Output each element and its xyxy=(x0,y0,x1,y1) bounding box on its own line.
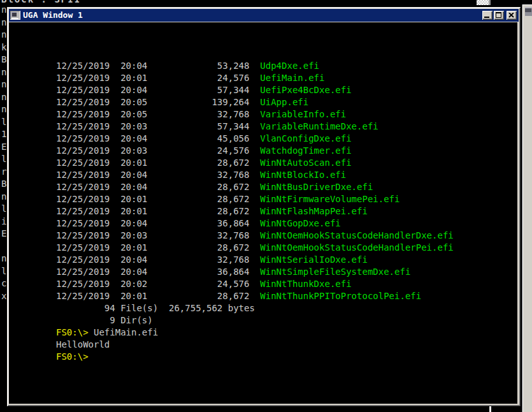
dir-entry: 12/25/2019 20:01 28,672 WinNtOemHookStat… xyxy=(56,242,454,254)
command-output: HelloWorld xyxy=(56,339,454,351)
dir-entry: 12/25/2019 20:03 57,344 VariableRuntimeD… xyxy=(56,121,454,133)
entry-datetime: 12/25/2019 20:03 xyxy=(56,145,147,156)
entry-filename: UefiPxe4BcDxe.efi xyxy=(249,85,351,95)
uga-window: UGA Window 1 12/25/2019 20:04 53,248 Udp… xyxy=(7,7,521,406)
entry-datetime: 12/25/2019 20:03 xyxy=(56,230,147,240)
entry-filename: VariableInfo.efi xyxy=(249,109,346,119)
minimize-icon xyxy=(484,17,489,18)
entry-datetime: 12/25/2019 20:04 xyxy=(56,218,147,228)
dir-entry: 12/25/2019 20:04 53,248 Udp4Dxe.efi xyxy=(56,60,454,72)
maximize-icon xyxy=(496,12,501,18)
dir-entry: 12/25/2019 20:05 32,768 VariableInfo.efi xyxy=(56,108,454,121)
dir-entry: 12/25/2019 20:04 36,864 WinNtGopDxe.efi xyxy=(56,217,454,230)
background-console-fragment: n n n k B n n n n l 1 E l r B n l i E n … xyxy=(1,4,6,302)
entry-filename: Udp4Dxe.efi xyxy=(249,61,319,71)
entry-filename: WinNtThunkPPIToProtocolPei.efi xyxy=(249,291,421,301)
window-controls xyxy=(482,11,517,20)
entry-size: 36,864 xyxy=(147,218,249,228)
entry-filename: WinNtOemHookStatusCodeHandlerPei.efi xyxy=(249,242,453,253)
entry-size: 57,344 xyxy=(147,85,249,95)
entry-filename: WinNtAutoScan.efi xyxy=(249,158,351,168)
entry-filename: WinNtFlashMapPei.efi xyxy=(249,206,367,216)
entry-size: 28,672 xyxy=(147,194,249,204)
entry-datetime: 12/25/2019 20:01 xyxy=(56,291,147,301)
entry-size: 139,264 xyxy=(147,97,249,107)
entry-datetime: 12/25/2019 20:05 xyxy=(56,97,147,107)
dir-entry: 12/25/2019 20:05 139,264 UiApp.efi xyxy=(56,96,454,108)
title-bar[interactable]: UGA Window 1 xyxy=(9,9,519,22)
entry-datetime: 12/25/2019 20:04 xyxy=(56,85,147,95)
terminal-output: 12/25/2019 20:04 53,248 Udp4Dxe.efi12/25… xyxy=(56,60,454,363)
entry-size: 24,576 xyxy=(147,73,249,83)
entry-filename: WinNtSimpleFileSystemDxe.efi xyxy=(249,267,410,277)
background-window-edge xyxy=(522,4,532,412)
entry-datetime: 12/25/2019 20:01 xyxy=(56,73,147,83)
prompt-line: FS0:\> xyxy=(56,351,454,363)
entry-datetime: 12/25/2019 20:02 xyxy=(56,279,147,289)
entry-size: 24,576 xyxy=(147,279,249,289)
dir-entry: 12/25/2019 20:04 57,344 UefiPxe4BcDxe.ef… xyxy=(56,84,454,96)
window-icon xyxy=(10,11,20,20)
dir-entry: 12/25/2019 20:03 32,768 WinNtOemHookStat… xyxy=(56,230,454,242)
window-icon-base xyxy=(11,18,18,19)
window-title: UGA Window 1 xyxy=(23,9,482,22)
dir-entry: 12/25/2019 20:04 32,768 WinNtSerialIoDxe… xyxy=(56,254,454,266)
entry-size: 36,864 xyxy=(147,267,249,277)
console-client-area[interactable]: 12/25/2019 20:04 53,248 Udp4Dxe.efi12/25… xyxy=(9,22,517,404)
background-line-fragment xyxy=(489,406,491,412)
maximize-button[interactable] xyxy=(494,11,504,20)
entry-filename: WinNtBusDriverDxe.efi xyxy=(249,182,373,192)
entry-datetime: 12/25/2019 20:04 xyxy=(56,61,147,71)
close-icon xyxy=(508,13,514,18)
output-text: HelloWorld xyxy=(56,339,110,349)
dirs-summary-text: 9 Dir(s) xyxy=(56,315,153,325)
entry-filename: WinNtBlockIo.efi xyxy=(249,170,346,180)
entry-size: 28,672 xyxy=(147,206,249,216)
entry-size: 28,672 xyxy=(147,242,249,253)
entry-datetime: 12/25/2019 20:03 xyxy=(56,121,147,131)
entry-filename: WinNtThunkDxe.efi xyxy=(249,279,351,289)
entry-size: 32,768 xyxy=(147,109,249,119)
entry-size: 32,768 xyxy=(147,170,249,180)
entry-filename: WatchdogTimer.efi xyxy=(249,145,351,156)
dir-entry: 12/25/2019 20:01 28,672 WinNtAutoScan.ef… xyxy=(56,157,454,169)
dir-entry: 12/25/2019 20:04 28,672 WinNtBusDriverDx… xyxy=(56,181,454,193)
entry-size: 32,768 xyxy=(147,254,249,265)
entry-filename: WinNtOemHookStatusCodeHandlerDxe.efi xyxy=(249,230,453,240)
window-icon-screen xyxy=(11,12,17,17)
dir-entry: 12/25/2019 20:01 24,576 UefiMain.efi xyxy=(56,72,454,84)
background-window-icon xyxy=(525,7,532,16)
entry-filename: VariableRuntimeDxe.efi xyxy=(249,121,378,131)
close-button[interactable] xyxy=(507,11,517,20)
entry-size: 57,344 xyxy=(147,121,249,131)
entry-size: 28,672 xyxy=(147,158,249,168)
entry-datetime: 12/25/2019 20:04 xyxy=(56,254,147,265)
dir-entry: 12/25/2019 20:04 32,768 WinNtBlockIo.efi xyxy=(56,169,454,181)
background-partial-text: Block : SPII xyxy=(1,0,81,4)
dir-entry: 12/25/2019 20:03 24,576 WatchdogTimer.ef… xyxy=(56,145,454,157)
entry-filename: UiApp.efi xyxy=(249,97,308,107)
entry-size: 28,672 xyxy=(147,291,249,301)
dir-entry: 12/25/2019 20:04 45,056 VlanConfigDxe.ef… xyxy=(56,133,454,145)
shell-prompt: FS0:\> xyxy=(56,351,89,362)
shell-prompt: FS0:\> xyxy=(56,327,89,337)
minimize-button[interactable] xyxy=(482,11,492,20)
entry-size: 24,576 xyxy=(147,145,249,156)
entry-datetime: 12/25/2019 20:04 xyxy=(56,267,147,277)
entry-size: 53,248 xyxy=(147,61,249,71)
entry-datetime: 12/25/2019 20:01 xyxy=(56,242,147,253)
files-summary: 94 File(s) 26,755,562 bytes xyxy=(56,302,454,314)
files-summary-text: 94 File(s) 26,755,562 bytes xyxy=(56,303,255,313)
dir-entry: 12/25/2019 20:04 36,864 WinNtSimpleFileS… xyxy=(56,266,454,278)
entry-size: 28,672 xyxy=(147,182,249,192)
dirs-summary: 9 Dir(s) xyxy=(56,314,454,327)
dir-entry: 12/25/2019 20:01 28,672 WinNtFlashMapPei… xyxy=(56,205,454,217)
dir-entry: 12/25/2019 20:01 28,672 WinNtThunkPPIToP… xyxy=(56,290,454,302)
entry-filename: UefiMain.efi xyxy=(249,73,324,83)
entry-datetime: 12/25/2019 20:01 xyxy=(56,206,147,216)
dir-entry: 12/25/2019 20:01 28,672 WinNtFirmwareVol… xyxy=(56,193,454,205)
entry-size: 45,056 xyxy=(147,133,249,143)
entry-datetime: 12/25/2019 20:01 xyxy=(56,194,147,204)
entry-datetime: 12/25/2019 20:05 xyxy=(56,109,147,119)
entry-size: 32,768 xyxy=(147,230,249,240)
